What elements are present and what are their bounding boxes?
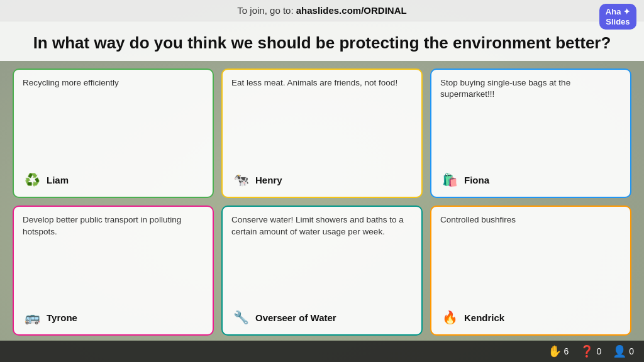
card-avatar-5: 🔧 (231, 308, 250, 327)
card-user-1: ♻️Liam (23, 170, 204, 189)
question-icon: ❓ (580, 344, 594, 358)
aha-logo-line1: Aha ✦ (606, 7, 630, 17)
card-text-2: Eat less meat. Animals are friends, not … (231, 77, 413, 89)
card-1: Recycling more efficiently♻️Liam (13, 69, 214, 199)
question-area: In what way do you think we should be pr… (0, 21, 644, 61)
card-3: Stop buying single-use bags at the super… (430, 69, 631, 199)
card-text-6: Controlled bushfires (440, 214, 621, 226)
join-url: ahaslides.com/ORDINAL (296, 5, 407, 16)
cards-area: Recycling more efficiently♻️LiamEat less… (0, 61, 644, 341)
question-text: In what way do you think we should be pr… (25, 33, 619, 53)
aha-logo-line2: Slides (606, 17, 630, 27)
topbar: To join, go to: ahaslides.com/ORDINAL Ah… (0, 0, 644, 21)
card-text-1: Recycling more efficiently (23, 77, 204, 89)
question-status: ❓ 0 (580, 344, 601, 358)
users-status: 👤 0 (613, 344, 634, 358)
card-user-6: 🔥Kendrick (440, 308, 621, 327)
users-icon: 👤 (613, 344, 626, 358)
hands-count: 6 (564, 346, 569, 356)
card-username-3: Fiona (464, 175, 489, 185)
hands-icon: ✋ (548, 344, 562, 358)
join-prefix: To join, go to: (237, 5, 296, 16)
card-avatar-2: 🐄 (231, 170, 250, 189)
bottombar: ✋ 6 ❓ 0 👤 0 (0, 341, 644, 362)
join-text: To join, go to: ahaslides.com/ORDINAL (237, 5, 406, 16)
users-count: 0 (629, 346, 634, 356)
card-5: Conserve water! Limit showers and baths … (221, 206, 423, 336)
question-count: 0 (596, 346, 601, 356)
aha-logo: Aha ✦ Slides (599, 4, 636, 30)
card-avatar-3: 🛍️ (440, 170, 459, 189)
card-username-4: Tyrone (47, 312, 77, 323)
card-user-5: 🔧Overseer of Water (231, 308, 413, 327)
card-username-1: Liam (47, 175, 69, 185)
card-text-5: Conserve water! Limit showers and baths … (231, 214, 413, 238)
card-2: Eat less meat. Animals are friends, not … (221, 69, 423, 199)
card-text-3: Stop buying single-use bags at the super… (440, 77, 621, 101)
card-avatar-6: 🔥 (440, 308, 459, 327)
card-username-5: Overseer of Water (255, 312, 336, 323)
card-user-2: 🐄Henry (231, 170, 413, 189)
card-text-4: Develop better public transport in pollu… (23, 214, 204, 238)
card-4: Develop better public transport in pollu… (13, 206, 214, 336)
card-6: Controlled bushfires🔥Kendrick (430, 206, 631, 336)
card-avatar-1: ♻️ (23, 170, 42, 189)
card-user-3: 🛍️Fiona (440, 170, 621, 189)
card-username-6: Kendrick (464, 312, 504, 323)
hands-status: ✋ 6 (548, 344, 569, 358)
card-username-2: Henry (255, 175, 282, 185)
card-user-4: 🚌Tyrone (23, 308, 204, 327)
card-avatar-4: 🚌 (23, 308, 42, 327)
